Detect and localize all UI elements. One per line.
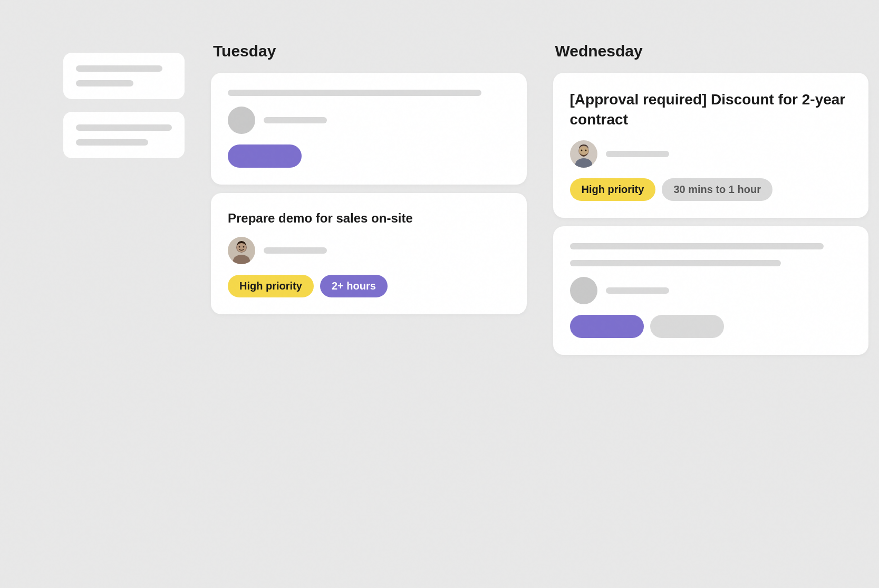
skeleton-bar [76, 139, 148, 146]
tuesday-cards: Prepare demo for sales on-site [211, 73, 527, 314]
skeleton-bar [76, 65, 162, 72]
tags-row: High priority 30 mins to 1 hour [570, 178, 852, 201]
card-meta-row [228, 237, 510, 264]
tags-row: High priority 2+ hours [228, 275, 510, 297]
duration-tag: 30 mins to 1 hour [662, 178, 772, 201]
skeleton-bar [76, 80, 133, 86]
card-title: [Approval required] Discount for 2-year … [570, 90, 852, 130]
avatar [228, 237, 255, 264]
card-placeholder-content [228, 90, 510, 168]
svg-point-11 [585, 149, 586, 151]
card-content: Prepare demo for sales on-site [228, 210, 510, 297]
columns-area: Tuesday Prepare de [200, 42, 879, 546]
name-skeleton [264, 117, 327, 123]
skeleton-bar [570, 243, 824, 249]
wednesday-cards: [Approval required] Discount for 2-year … [553, 73, 869, 355]
tuesday-card-1[interactable] [211, 73, 527, 185]
main-layout: Tuesday Prepare de [0, 0, 879, 588]
wednesday-header: Wednesday [553, 42, 869, 60]
skeleton-bar [228, 90, 481, 96]
tuesday-card-2[interactable]: Prepare demo for sales on-site [211, 193, 527, 314]
wednesday-card-1[interactable]: [Approval required] Discount for 2-year … [553, 73, 869, 218]
tuesday-column: Tuesday Prepare de [200, 42, 537, 546]
card-placeholder-content [570, 243, 852, 338]
priority-tag: High priority [228, 275, 314, 297]
wednesday-column: Wednesday [Approval required] Discount f… [537, 42, 880, 546]
skeleton-bar [570, 260, 781, 266]
duration-tag: 2+ hours [320, 275, 388, 297]
card-title: Prepare demo for sales on-site [228, 210, 510, 226]
gray-pill-tag [650, 315, 724, 338]
left-panel [63, 42, 200, 546]
card-meta-row [228, 107, 510, 134]
avatar [570, 140, 597, 168]
wednesday-card-2[interactable] [553, 226, 869, 355]
card-meta-row [570, 140, 852, 168]
purple-pill-tag [570, 315, 644, 338]
avatar-placeholder [570, 277, 597, 304]
name-skeleton [264, 247, 327, 254]
name-skeleton [606, 151, 669, 157]
purple-pill-tag [228, 144, 302, 168]
tuesday-header: Tuesday [211, 42, 527, 60]
card-content: [Approval required] Discount for 2-year … [570, 90, 852, 201]
left-card-1 [63, 53, 185, 99]
avatar-placeholder [228, 107, 255, 134]
priority-tag: High priority [570, 178, 656, 201]
svg-point-4 [239, 246, 240, 248]
placeholder-tags [570, 315, 852, 338]
name-skeleton [606, 287, 669, 294]
card-meta-row [570, 277, 852, 304]
skeleton-bar [76, 124, 172, 131]
left-card-2 [63, 112, 185, 158]
svg-point-10 [581, 149, 582, 151]
svg-point-5 [243, 246, 245, 248]
